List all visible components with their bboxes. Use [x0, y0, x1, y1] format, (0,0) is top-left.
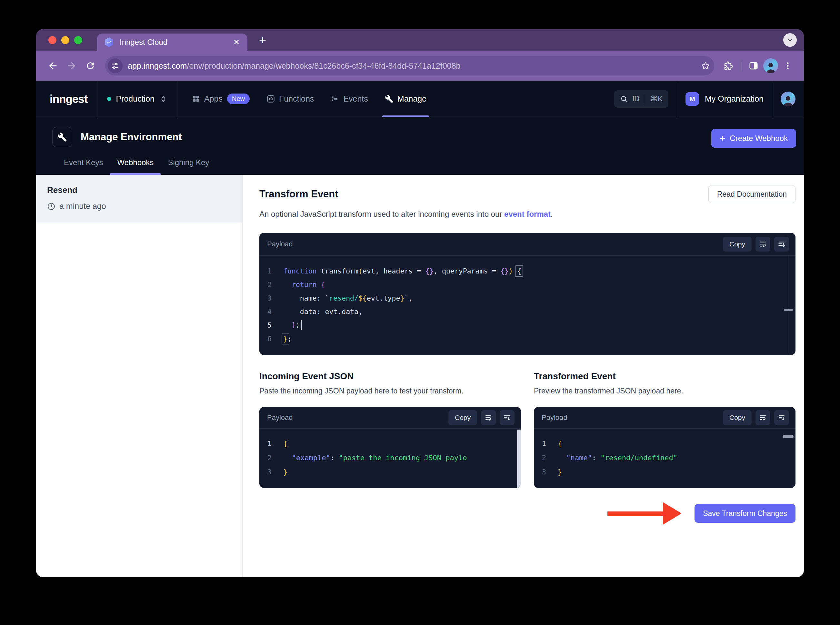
app-nav-bar: inngest Production Apps New	[36, 81, 804, 117]
window-zoom-button[interactable]	[74, 36, 82, 44]
payload-label: Payload	[267, 240, 723, 248]
incoming-header: Incoming Event JSON Paste the incoming J…	[259, 371, 521, 395]
side-panel-icon[interactable]	[746, 58, 761, 73]
browser-tab-strip: Inngest Cloud ✕ +	[36, 29, 804, 51]
content-area: Resend a minute ago Transform Event Read…	[36, 175, 804, 577]
incoming-code-area[interactable]: 1{2 "example": "paste the incoming JSON …	[259, 428, 521, 488]
new-tab-button[interactable]: +	[256, 33, 269, 47]
transform-editor-section: Transform Event Read Documentation An op…	[243, 175, 804, 577]
format-indent-icon[interactable]	[500, 410, 515, 425]
nav-item-label: Apps	[204, 94, 222, 104]
organization-menu[interactable]: M My Organization	[686, 92, 764, 106]
site-settings-icon[interactable]	[108, 58, 123, 73]
url-text: app.inngest.com/env/production/manage/we…	[128, 61, 697, 71]
toolbar-divider	[740, 60, 741, 72]
transformed-title: Transformed Event	[534, 371, 795, 381]
webhook-updated-time: a minute ago	[59, 202, 106, 211]
browser-profile-avatar[interactable]	[763, 58, 778, 73]
search-button[interactable]: ID ⌘K	[614, 90, 668, 108]
page-tabs: Event Keys Webhooks Signing Key	[57, 158, 796, 175]
search-divider	[645, 94, 645, 104]
incoming-title: Incoming Event JSON	[259, 371, 521, 381]
webhook-list-item[interactable]: Resend a minute ago	[36, 175, 242, 222]
tab-event-keys[interactable]: Event Keys	[57, 158, 110, 175]
transformed-code-area[interactable]: 1{2 "name": "resend/undefined"3}	[534, 428, 795, 488]
section-title: Transform Event	[259, 188, 338, 200]
webhook-list-sidebar: Resend a minute ago	[36, 175, 243, 577]
browser-menu-icon[interactable]	[780, 58, 795, 73]
tab-search-chevron-button[interactable]	[783, 33, 797, 47]
format-indent-icon[interactable]	[774, 237, 789, 252]
red-arrow-annotation	[607, 502, 681, 525]
environment-sort-icon	[159, 95, 167, 103]
create-webhook-button[interactable]: + Create Webhook	[711, 129, 796, 148]
editor-scrollbar-thumb[interactable]	[784, 309, 793, 311]
nav-item-apps[interactable]: Apps New	[191, 81, 250, 117]
word-wrap-icon[interactable]	[481, 410, 496, 425]
forward-button[interactable]	[63, 58, 80, 74]
manage-wrench-icon	[52, 127, 72, 147]
tab-webhooks[interactable]: Webhooks	[110, 158, 161, 175]
extensions-icon[interactable]	[721, 58, 736, 73]
environment-name: Production	[116, 94, 154, 104]
transform-code-area[interactable]: 1function transform(evt, headers = {}, q…	[259, 255, 795, 355]
nav-item-events[interactable]: Events	[331, 81, 368, 117]
window-minimize-button[interactable]	[61, 36, 69, 44]
organization-name: My Organization	[705, 94, 764, 104]
nav-item-label: Functions	[279, 94, 314, 104]
transform-code-editor: Payload Copy 1function transform(evt, he…	[259, 233, 795, 355]
search-icon	[620, 95, 628, 103]
nav-divider	[772, 81, 772, 117]
tab-signing-key[interactable]: Signing Key	[161, 158, 216, 175]
save-transform-changes-button[interactable]: Save Transform Changes	[695, 504, 795, 523]
inngest-logo[interactable]: inngest	[47, 93, 97, 106]
read-documentation-button[interactable]: Read Documentation	[708, 185, 795, 203]
environment-status-dot	[107, 97, 111, 101]
clock-icon	[47, 202, 56, 211]
browser-window: Inngest Cloud ✕ + app.inngest.com/env/pr…	[36, 29, 804, 577]
reload-button[interactable]	[82, 58, 99, 74]
copy-button[interactable]: Copy	[448, 410, 477, 425]
event-format-link[interactable]: event format	[504, 210, 551, 218]
payload-label: Payload	[541, 414, 723, 422]
url-path: /env/production/manage/webhooks/81c26bc6…	[187, 61, 460, 70]
description-text: An optional JavaScript transform used to…	[259, 210, 504, 218]
create-webhook-label: Create Webhook	[730, 134, 788, 143]
format-indent-icon[interactable]	[774, 410, 789, 425]
bookmark-star-icon[interactable]	[701, 61, 710, 71]
user-avatar[interactable]	[781, 92, 795, 106]
nav-item-label: Manage	[397, 94, 426, 104]
environment-selector[interactable]: Production	[97, 94, 177, 104]
functions-code-icon	[266, 95, 275, 103]
editor-scrollbar-track[interactable]	[788, 255, 789, 355]
incoming-description: Paste the incoming JSON payload here to …	[259, 387, 521, 395]
apps-grid-icon	[191, 95, 200, 103]
inngest-favicon-icon	[104, 37, 115, 48]
webhook-name: Resend	[47, 185, 231, 195]
active-tab-underline	[110, 173, 161, 175]
copy-button[interactable]: Copy	[723, 410, 751, 425]
url-bar[interactable]: app.inngest.com/env/production/manage/we…	[105, 56, 714, 75]
search-shortcut: ⌘K	[650, 95, 663, 103]
editor-scrollbar-thumb[interactable]	[782, 435, 793, 438]
window-close-button[interactable]	[48, 36, 56, 44]
browser-toolbar: app.inngest.com/env/production/manage/we…	[36, 51, 804, 81]
word-wrap-icon[interactable]	[756, 237, 770, 252]
transformed-json-viewer: Payload Copy 1{2 "name	[534, 407, 795, 488]
nav-item-functions[interactable]: Functions	[266, 81, 314, 117]
page-title: Manage Environment	[81, 131, 182, 143]
transformed-description: Preview the transformed JSON payload her…	[534, 387, 795, 395]
nav-item-manage[interactable]: Manage	[385, 81, 426, 117]
nav-items: Apps New Functions Events	[191, 81, 426, 117]
tab-webhooks-label: Webhooks	[117, 158, 154, 167]
wrench-icon	[385, 95, 394, 103]
back-button[interactable]	[45, 58, 61, 74]
copy-button[interactable]: Copy	[723, 237, 751, 252]
word-wrap-icon[interactable]	[756, 410, 770, 425]
organization-avatar: M	[686, 92, 699, 106]
tab-close-button[interactable]: ✕	[231, 37, 242, 47]
editor-scrollbar-track[interactable]	[517, 429, 521, 488]
inngest-app: inngest Production Apps New	[36, 81, 804, 577]
browser-tab[interactable]: Inngest Cloud ✕	[97, 34, 247, 51]
nav-divider	[177, 81, 177, 117]
